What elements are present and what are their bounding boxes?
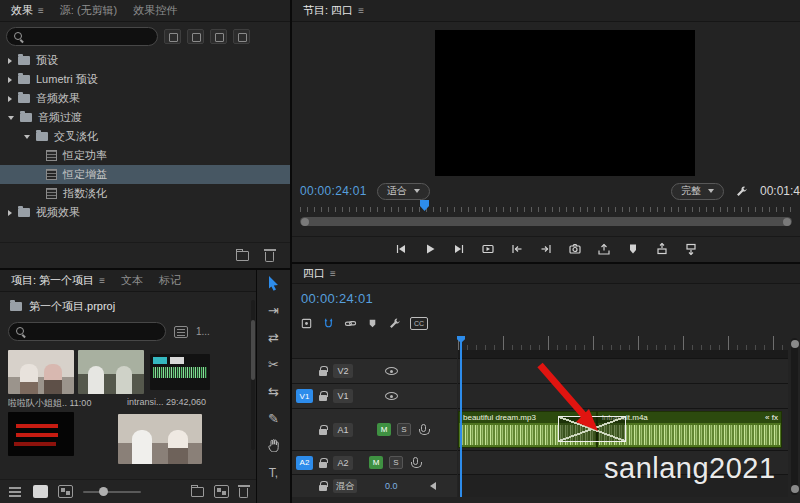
track-name-master[interactable]: 混合: [333, 479, 357, 493]
clip-thumbnail-title[interactable]: [8, 412, 74, 456]
tab-source-monitor[interactable]: 源: (无剪辑): [53, 0, 124, 21]
timeline-settings-wrench-icon[interactable]: [388, 317, 401, 330]
chevron-right-icon[interactable]: [8, 58, 12, 64]
timeline-vertical-scrollbar[interactable]: [791, 338, 798, 495]
lock-icon[interactable]: [319, 370, 327, 376]
track-name-v2[interactable]: V2: [333, 364, 353, 378]
scrollbar-knob-left[interactable]: [301, 218, 309, 226]
32bit-color-icon[interactable]: [187, 29, 204, 44]
tree-item-lumetri-presets[interactable]: Lumetri 预设: [0, 70, 290, 89]
panel-menu-icon[interactable]: [99, 276, 105, 286]
scrollbar-bar[interactable]: [300, 217, 792, 226]
timeline-ruler[interactable]: [458, 336, 788, 350]
track-header-master[interactable]: 混合 0.0: [292, 474, 457, 497]
track-select-tool-button[interactable]: ⇥: [257, 297, 290, 324]
program-timecode[interactable]: 00:00:24:01: [300, 184, 367, 198]
zoom-level-dropdown[interactable]: 适合: [377, 183, 430, 200]
effects-search-input[interactable]: [29, 31, 150, 43]
program-time-ruler[interactable]: [300, 203, 792, 212]
mic-icon[interactable]: [421, 424, 426, 432]
tree-item-audio-transitions[interactable]: 音频过渡: [0, 108, 290, 127]
project-search-input[interactable]: [31, 326, 158, 338]
scrollbar-thumb[interactable]: [251, 320, 255, 380]
ripple-edit-tool-button[interactable]: ⇄: [257, 324, 290, 351]
tab-markers[interactable]: 标记: [152, 270, 188, 291]
scrollbar-knob-right[interactable]: [783, 218, 791, 226]
track-lane-a1[interactable]: beautiful dream.mp3 intransit.m4a fx: [458, 408, 788, 450]
extract-button[interactable]: [683, 241, 699, 257]
play-button[interactable]: [422, 241, 438, 257]
solo-button[interactable]: S: [397, 423, 411, 436]
nest-sequence-icon[interactable]: [300, 317, 313, 330]
track-header-v2[interactable]: V2: [292, 358, 457, 383]
step-back-button[interactable]: [393, 241, 409, 257]
panel-menu-icon[interactable]: [38, 6, 44, 16]
tree-item-audio-effects[interactable]: 音频效果: [0, 89, 290, 108]
track-header-v1[interactable]: V1 V1: [292, 383, 457, 408]
chevron-down-icon[interactable]: [8, 116, 14, 120]
play-in-to-out-button[interactable]: [480, 241, 496, 257]
track-header-a1[interactable]: A1 M S: [292, 408, 457, 450]
delete-icon[interactable]: [265, 252, 274, 262]
effects-search-box[interactable]: [6, 27, 158, 46]
playback-quality-dropdown[interactable]: 完整: [671, 183, 724, 200]
timeline-workarea-bar[interactable]: [458, 350, 788, 358]
track-lane-v1[interactable]: [458, 383, 788, 408]
tree-item-video-effects[interactable]: 视频效果: [0, 203, 290, 222]
chevron-right-icon[interactable]: [8, 210, 12, 216]
track-header-a2[interactable]: A2 A2 M S: [292, 450, 457, 474]
master-level-value[interactable]: 0.0: [385, 481, 398, 491]
scrollbar-knob-top[interactable]: [791, 340, 799, 348]
trash-icon[interactable]: [239, 488, 248, 498]
panel-menu-icon[interactable]: [330, 269, 336, 279]
clip-thumbnail-audio[interactable]: [150, 354, 210, 390]
lock-icon[interactable]: [319, 462, 327, 468]
mute-button[interactable]: M: [369, 456, 383, 469]
tree-item-crossfade[interactable]: 交叉淡化: [0, 127, 290, 146]
slip-tool-button[interactable]: ⇆: [257, 378, 290, 405]
track-lane-v2[interactable]: [458, 358, 788, 383]
captions-icon[interactable]: CC: [410, 317, 428, 330]
source-patch-a2[interactable]: A2: [296, 456, 313, 470]
project-scrollbar[interactable]: [251, 300, 255, 450]
zoom-slider-knob[interactable]: [99, 487, 108, 496]
lift-button[interactable]: [654, 241, 670, 257]
tab-effect-controls[interactable]: 效果控件: [126, 0, 184, 21]
icon-view-icon[interactable]: [33, 485, 48, 498]
automate-to-sequence-icon[interactable]: [191, 487, 204, 497]
program-scrollbar[interactable]: [300, 217, 792, 226]
linked-selection-icon[interactable]: [344, 317, 357, 330]
project-search-box[interactable]: [8, 322, 166, 341]
keyframe-nav-icon[interactable]: [430, 482, 436, 490]
lock-icon[interactable]: [319, 485, 327, 491]
tab-timeline-sequence[interactable]: 四口: [296, 264, 343, 284]
source-patch-v1[interactable]: V1: [296, 389, 313, 403]
clip-thumbnail-video2[interactable]: [78, 350, 144, 394]
mic-icon[interactable]: [413, 457, 418, 465]
track-name-v1[interactable]: V1: [333, 389, 353, 403]
snap-magnet-icon[interactable]: [322, 317, 335, 330]
mute-button[interactable]: M: [377, 423, 391, 436]
selection-tool-button[interactable]: [257, 270, 290, 297]
tree-item-constant-power[interactable]: 恒定功率: [0, 146, 290, 165]
panel-menu-icon[interactable]: [358, 6, 364, 16]
step-forward-button[interactable]: [451, 241, 467, 257]
lock-icon[interactable]: [319, 429, 327, 435]
add-marker-icon[interactable]: [366, 317, 379, 330]
tab-effects[interactable]: 效果: [4, 0, 51, 21]
chevron-down-icon[interactable]: [24, 135, 30, 139]
tab-text[interactable]: 文本: [114, 270, 150, 291]
hand-tool-button[interactable]: [257, 432, 290, 459]
razor-tool-button[interactable]: ✂: [257, 351, 290, 378]
timeline-timecode[interactable]: 00:00:24:01: [301, 291, 373, 306]
clip-thumbnail-video3[interactable]: [118, 414, 202, 464]
scrollbar-knob-bottom[interactable]: [791, 485, 799, 493]
tree-item-constant-gain[interactable]: 恒定增益: [0, 165, 290, 184]
list-view-icon[interactable]: [8, 485, 23, 498]
export-media-icon[interactable]: [596, 241, 612, 257]
eye-icon[interactable]: [385, 367, 398, 375]
chevron-right-icon[interactable]: [8, 77, 12, 83]
settings-wrench-icon[interactable]: [734, 183, 750, 199]
pen-tool-button[interactable]: ✎: [257, 405, 290, 432]
eye-icon[interactable]: [385, 392, 398, 400]
